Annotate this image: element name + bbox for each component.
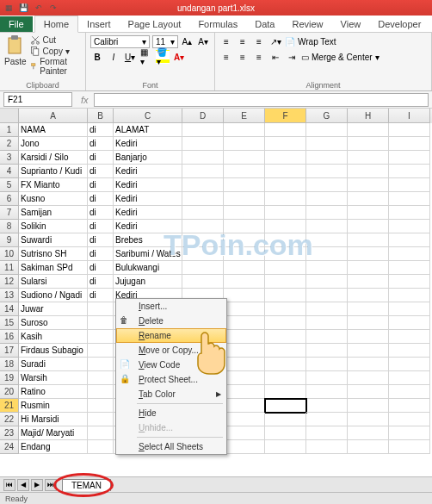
cell[interactable] (265, 344, 306, 358)
cell[interactable]: Karsidi / Silo (19, 151, 88, 165)
cell[interactable] (182, 275, 224, 289)
cell[interactable]: Jujugan (114, 275, 182, 289)
cell[interactable] (389, 165, 430, 178)
copy-button[interactable]: Copy ▾ (30, 46, 81, 56)
tab-developer[interactable]: Developer (369, 16, 429, 32)
bold-button[interactable]: B (90, 50, 104, 64)
column-header[interactable]: C (114, 109, 182, 123)
save-icon[interactable]: 💾 (18, 3, 29, 14)
row-header[interactable]: 14 (0, 302, 19, 316)
row-header[interactable]: 1 (0, 123, 19, 137)
cell[interactable] (265, 316, 306, 330)
menu-item-delete[interactable]: 🗑Delete (116, 314, 226, 328)
cell[interactable] (182, 123, 224, 137)
cell[interactable] (265, 385, 306, 399)
cell[interactable] (389, 399, 430, 413)
cell[interactable] (306, 413, 348, 426)
row-header[interactable]: 21 (0, 399, 19, 413)
cell[interactable] (348, 413, 389, 426)
cell[interactable] (88, 385, 114, 399)
italic-button[interactable]: I (107, 50, 120, 64)
cell[interactable] (348, 316, 389, 330)
cell[interactable] (224, 316, 265, 330)
cell[interactable] (348, 192, 389, 206)
cell[interactable] (88, 358, 114, 371)
row-header[interactable]: 19 (0, 371, 19, 385)
cell[interactable] (224, 192, 265, 206)
row-header[interactable]: 23 (0, 426, 19, 440)
cell[interactable]: Samijan (19, 206, 88, 220)
cell[interactable] (389, 344, 430, 358)
cell[interactable] (389, 261, 430, 275)
font-name-combo[interactable]: Calibri▾ (90, 35, 150, 48)
row-header[interactable]: 9 (0, 233, 19, 247)
cell[interactable]: Suprianto / Kudi (19, 165, 88, 178)
row-header[interactable]: 8 (0, 220, 19, 233)
cell[interactable] (306, 289, 348, 302)
decrease-indent-icon[interactable]: ⇤ (268, 50, 282, 64)
redo-icon[interactable]: ↷ (47, 3, 59, 14)
cell[interactable] (306, 302, 348, 316)
cell[interactable]: Sudiono / Ngadi (19, 289, 88, 302)
cell[interactable] (348, 358, 389, 371)
cell[interactable] (389, 413, 430, 426)
column-header[interactable]: E (224, 109, 265, 123)
cell[interactable] (389, 233, 430, 247)
cell[interactable] (348, 178, 389, 192)
cell[interactable] (389, 440, 430, 454)
sheet-tab[interactable]: TEMAN (62, 479, 111, 491)
row-header[interactable]: 3 (0, 151, 19, 165)
row-header[interactable]: 18 (0, 358, 19, 371)
menu-item-move-or-copy[interactable]: Move or Copy... (116, 343, 226, 358)
align-top-icon[interactable]: ≡ (219, 34, 233, 48)
cell[interactable] (389, 137, 430, 151)
paste-button[interactable]: Paste (4, 34, 27, 76)
cell[interactable] (265, 178, 306, 192)
cell[interactable] (348, 330, 389, 344)
column-header[interactable]: G (306, 109, 348, 123)
cell[interactable] (224, 151, 265, 165)
cell[interactable] (182, 206, 224, 220)
menu-item-tab-color[interactable]: Tab Color▶ (116, 387, 226, 401)
cell[interactable] (224, 178, 265, 192)
cell[interactable] (306, 137, 348, 151)
font-color-button[interactable]: A▾ (172, 50, 186, 64)
cell[interactable] (348, 371, 389, 385)
column-header[interactable]: D (182, 109, 224, 123)
cell[interactable] (306, 233, 348, 247)
cell[interactable] (306, 399, 348, 413)
column-header[interactable]: A (19, 109, 88, 123)
cell[interactable] (306, 330, 348, 344)
cell[interactable]: di (88, 275, 114, 289)
cell[interactable] (306, 247, 348, 261)
align-right-icon[interactable]: ≡ (252, 50, 266, 64)
cell[interactable] (224, 123, 265, 137)
cell[interactable] (348, 206, 389, 220)
tab-formulas[interactable]: Formulas (189, 16, 246, 32)
cell[interactable] (348, 302, 389, 316)
row-header[interactable]: 16 (0, 330, 19, 344)
orientation-icon[interactable]: ↗▾ (268, 34, 282, 48)
cell[interactable] (224, 289, 265, 302)
cell[interactable] (306, 192, 348, 206)
row-header[interactable]: 17 (0, 344, 19, 358)
prev-sheet-button[interactable]: ◀ (17, 479, 29, 491)
row-header[interactable]: 20 (0, 385, 19, 399)
cell[interactable]: di (88, 289, 114, 302)
cell[interactable] (348, 275, 389, 289)
cell[interactable] (265, 413, 306, 426)
cell[interactable] (389, 151, 430, 165)
cell[interactable] (306, 371, 348, 385)
row-header[interactable]: 15 (0, 316, 19, 330)
cell[interactable]: Banjarjo (114, 151, 182, 165)
cell[interactable] (182, 261, 224, 275)
cell[interactable] (389, 178, 430, 192)
cell[interactable] (224, 426, 265, 440)
undo-icon[interactable]: ↶ (33, 3, 44, 14)
cell[interactable] (306, 123, 348, 137)
column-header[interactable]: H (348, 109, 389, 123)
increase-indent-icon[interactable]: ⇥ (285, 50, 299, 64)
cell[interactable] (389, 275, 430, 289)
cell[interactable] (88, 413, 114, 426)
cell[interactable] (348, 233, 389, 247)
